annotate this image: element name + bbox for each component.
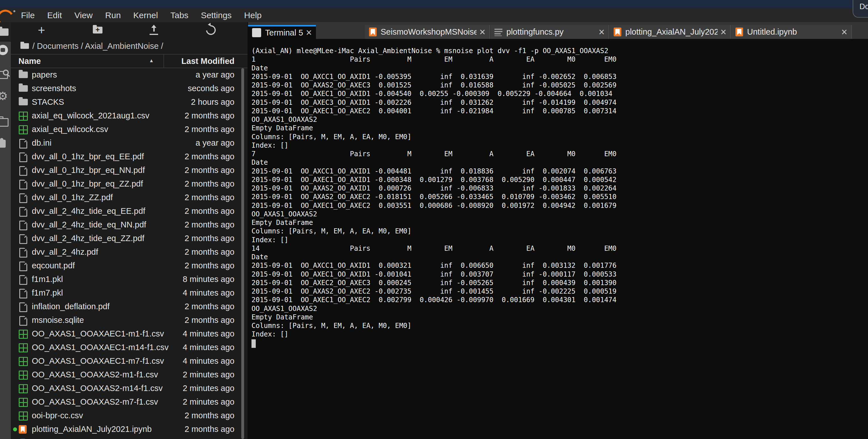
menu-item[interactable]: Edit [41, 8, 68, 22]
file-name[interactable]: db.ini [32, 138, 51, 148]
menu-item[interactable]: Tabs [164, 8, 194, 22]
menu-item[interactable]: File [15, 8, 41, 22]
file-list-item[interactable]: axial_eq_wilcock_2021aug1.csv 2 months a… [11, 109, 248, 123]
home-folder-icon[interactable] [21, 43, 29, 49]
tab-label[interactable]: Terminal 5 [265, 28, 303, 37]
file-browser-icon[interactable] [0, 28, 8, 36]
close-icon[interactable]: × [599, 28, 604, 36]
file-list-item[interactable]: plottingfuncs_adapted.py 2 months ago [11, 436, 248, 439]
file-name[interactable]: eqcount.pdf [32, 261, 75, 270]
file-list-item[interactable]: dvv_all_2_4hz_tide_eq_NN.pdf 2 months ag… [11, 218, 248, 232]
file-name[interactable]: inflation_deflation.pdf [32, 302, 110, 311]
file-name[interactable]: OO_AXAS1_OOAXAEC1-m1-f1.csv [32, 329, 164, 339]
file-list-item[interactable]: plotting_AxialAN_July2021.ipynb 2 months… [11, 422, 248, 436]
file-name[interactable]: f1m7.pkl [32, 288, 63, 298]
file-list-item[interactable]: dvv_all_0_1hz_ZZ.pdf 2 months ago [11, 191, 248, 204]
file-name[interactable]: STACKS [32, 97, 64, 107]
menu-item[interactable]: Run [99, 8, 127, 22]
file-name[interactable]: OO_AXAS1_OOAXAEC1-m7-f1.csv [32, 356, 164, 366]
new-launcher-button[interactable]: + [33, 23, 50, 37]
extensions-puzzle-icon[interactable] [0, 140, 6, 148]
refresh-button[interactable] [203, 23, 219, 37]
file-name[interactable]: plotting_AxialAN_July2021.ipynb [32, 425, 152, 434]
file-name[interactable]: dvv_all_0_1hz_bpr_eq_NN.pdf [32, 166, 145, 175]
file-list-item[interactable]: db.ini a year ago [11, 136, 248, 150]
terminal-panel[interactable]: (Axial_AN) mlee@MLee-iMac Axial_AmbientN… [248, 39, 868, 439]
file-list-item[interactable]: OO_AXAS1_OOAXAS2-m14-f1.csv 2 minutes ag… [11, 382, 248, 395]
file-list-item[interactable]: OO_AXAS1_OOAXAS2-m7-f1.csv 2 minutes ago [11, 395, 248, 409]
document-tab[interactable]: plotting_AxialAN_July2021 × [610, 25, 731, 39]
upload-button[interactable] [145, 23, 162, 37]
close-icon[interactable]: × [479, 28, 485, 36]
file-type-icon [19, 275, 28, 284]
file-list-item[interactable]: dvv_all_2_4hz.pdf 2 months ago [11, 245, 248, 259]
file-name[interactable]: papers [32, 70, 57, 80]
close-icon[interactable]: × [306, 28, 312, 37]
document-tab[interactable]: plottingfuncs.py × [491, 25, 609, 39]
breadcrumb[interactable]: / Documents / Axial_AmbientNoise / [21, 40, 163, 52]
terminal-output: (Axial_AN) mlee@MLee-iMac Axial_AmbientN… [251, 47, 617, 339]
file-list-item[interactable]: dvv_all_0_1hz_bpr_eq_ZZ.pdf 2 months ago [11, 177, 248, 191]
file-name[interactable]: axial_eq_wilcock.csv [32, 125, 108, 134]
tab-label[interactable]: plottingfuncs.py [506, 27, 596, 37]
file-name[interactable]: OO_AXAS1_OOAXAEC1-m14-f1.csv [32, 343, 168, 352]
tab-file-type-icon [369, 28, 377, 36]
open-tabs-icon[interactable] [0, 118, 8, 127]
document-tab[interactable]: SeismoWorkshopMSNoiseL × [365, 25, 490, 39]
file-list-item[interactable]: dvv_all_0_1hz_bpr_eq_EE.pdf 2 months ago [11, 150, 248, 164]
menu-item[interactable]: Help [238, 8, 268, 22]
file-list-item[interactable]: f1m1.pkl 8 minutes ago [11, 272, 248, 286]
file-name[interactable]: dvv_all_0_1hz_ZZ.pdf [32, 193, 113, 202]
file-list-item[interactable]: f1m7.pkl 4 minutes ago [11, 286, 248, 300]
file-name[interactable]: ooi-bpr-cc.csv [32, 411, 83, 420]
file-list-item[interactable]: eqcount.pdf 2 months ago [11, 259, 248, 272]
breadcrumb-path[interactable]: / Documents / Axial_AmbientNoise / [32, 41, 163, 51]
new-folder-button[interactable] [89, 23, 106, 37]
tab-label[interactable]: plotting_AxialAN_July2021 [625, 27, 718, 37]
file-name[interactable]: f1m1.pkl [32, 274, 63, 284]
tab-label[interactable]: Untitled.ipynb [747, 27, 838, 37]
file-name[interactable]: dvv_all_0_1hz_bpr_eq_ZZ.pdf [32, 179, 143, 188]
file-list-item[interactable]: inflation_deflation.pdf 2 months ago [11, 300, 248, 314]
file-list-item[interactable]: screenshots seconds ago [11, 82, 248, 95]
sort-ascending-icon[interactable]: ▲ [149, 58, 154, 64]
file-type-icon [19, 112, 28, 120]
document-tab[interactable]: Terminal 5 × [248, 25, 316, 39]
file-name[interactable]: dvv_all_2_4hz_tide_eq_NN.pdf [32, 220, 146, 229]
file-name[interactable]: axial_eq_wilcock_2021aug1.csv [32, 111, 149, 120]
file-list-item[interactable]: OO_AXAS1_OOAXAEC1-m14-f1.csv 4 minutes a… [11, 341, 248, 354]
menu-item[interactable]: Settings [195, 8, 238, 22]
close-icon[interactable]: × [841, 28, 847, 36]
plus-icon: + [38, 23, 45, 37]
column-header-last-modified[interactable]: Last Modified [181, 57, 235, 66]
file-list-scrollbar[interactable] [241, 68, 244, 439]
file-list-item[interactable]: OO_AXAS1_OOAXAEC1-m1-f1.csv 4 minutes ag… [11, 327, 248, 341]
file-list-item[interactable]: papers a year ago [11, 68, 248, 82]
file-name[interactable]: screenshots [32, 84, 76, 93]
file-name[interactable]: OO_AXAS1_OOAXAS2-m1-f1.csv [32, 370, 158, 379]
file-list-item[interactable]: axial_eq_wilcock.csv 2 months ago [11, 123, 248, 136]
file-list-item[interactable]: OO_AXAS1_OOAXAEC1-m7-f1.csv 4 minutes ag… [11, 354, 248, 368]
file-list-item[interactable]: STACKS 2 hours ago [11, 95, 248, 109]
file-list-item[interactable]: msnoise.sqlite 2 months ago [11, 314, 248, 327]
file-name[interactable]: dvv_all_0_1hz_bpr_eq_EE.pdf [32, 152, 144, 161]
file-list-item[interactable]: ooi-bpr-cc.csv 2 months ago [11, 409, 248, 422]
file-name[interactable]: OO_AXAS1_OOAXAS2-m7-f1.csv [32, 397, 158, 407]
menu-item[interactable]: Kernel [127, 8, 164, 22]
file-name[interactable]: dvv_all_2_4hz_tide_eq_EE.pdf [32, 206, 145, 216]
file-list-item[interactable]: dvv_all_0_1hz_bpr_eq_NN.pdf 2 months ago [11, 164, 248, 177]
inspector-icon[interactable] [0, 71, 8, 79]
file-name[interactable]: msnoise.sqlite [32, 316, 84, 325]
document-tab[interactable]: Untitled.ipynb × [732, 25, 852, 39]
column-header-name[interactable]: Name [19, 57, 41, 66]
file-name[interactable]: dvv_all_2_4hz_tide_eq_ZZ.pdf [32, 234, 145, 243]
file-list-item[interactable]: dvv_all_2_4hz_tide_eq_ZZ.pdf 2 months ag… [11, 232, 248, 245]
gear-icon[interactable]: ⚙ [0, 90, 8, 101]
tab-label[interactable]: SeismoWorkshopMSNoiseL [381, 27, 476, 37]
file-list-item[interactable]: OO_AXAS1_OOAXAS2-m1-f1.csv 2 minutes ago [11, 368, 248, 382]
file-name[interactable]: OO_AXAS1_OOAXAS2-m14-f1.csv [32, 384, 163, 393]
close-icon[interactable]: × [720, 28, 726, 36]
file-name[interactable]: dvv_all_2_4hz.pdf [32, 247, 98, 257]
menu-item[interactable]: View [68, 8, 99, 22]
file-list-item[interactable]: dvv_all_2_4hz_tide_eq_EE.pdf 2 months ag… [11, 204, 248, 218]
